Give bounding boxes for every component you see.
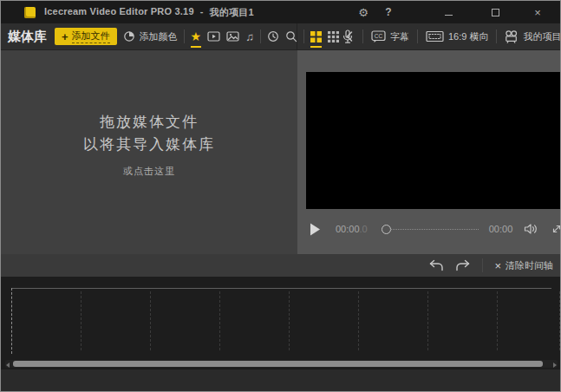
view-large-grid-button[interactable]	[310, 27, 322, 46]
timeline-scrollbar[interactable]	[5, 360, 558, 368]
help-button[interactable]: ?	[380, 3, 397, 22]
timeline-playhead[interactable]	[11, 288, 12, 354]
seek-slider[interactable]	[382, 225, 479, 234]
undo-icon	[428, 259, 444, 271]
app-logo-icon	[24, 7, 36, 18]
microphone-icon	[342, 29, 354, 44]
project-name: 我的项目1	[210, 6, 254, 19]
app-window: Icecream Video Editor PRO 3.19 - 我的项目1 ⚙…	[0, 0, 561, 392]
timeline-gridline	[358, 291, 359, 350]
video-preview	[306, 72, 561, 209]
color-wheel-icon	[123, 30, 135, 42]
add-files-button[interactable]: + 添加文件	[55, 28, 117, 45]
seek-track[interactable]	[390, 229, 479, 230]
volume-button[interactable]	[524, 223, 539, 235]
clear-timeline-button[interactable]: × 清除时间轴	[494, 259, 553, 272]
settings-button[interactable]: ⚙	[354, 3, 373, 22]
media-library-toolbar: 媒体库 + 添加文件 添加颜色 ★	[1, 23, 297, 49]
current-time: 00:00.0	[336, 224, 368, 234]
main-toolbar: 媒体库 + 添加文件 添加颜色 ★	[1, 23, 560, 50]
help-icon: ?	[385, 6, 391, 18]
timeline[interactable]	[1, 277, 560, 369]
filter-audio-button[interactable]: ♫	[245, 27, 254, 46]
media-library-title: 媒体库	[8, 29, 47, 45]
svg-text:CC: CC	[375, 32, 383, 38]
play-button[interactable]	[310, 223, 321, 236]
timeline-gridline	[219, 291, 220, 350]
timeline-gridline	[559, 291, 560, 350]
titlebar: Icecream Video Editor PRO 3.19 - 我的项目1 ⚙…	[1, 1, 560, 23]
bottom-bar	[1, 369, 560, 391]
close-icon: ×	[534, 6, 541, 19]
subtitles-button[interactable]: CC 字幕	[371, 30, 409, 43]
dropzone-line2: 以将其导入媒体库	[83, 134, 215, 156]
timeline-gridline	[497, 291, 498, 350]
dropzone-click-hint: 或点击这里	[123, 165, 175, 178]
add-color-button[interactable]: 添加颜色	[123, 30, 178, 43]
content-area: 拖放媒体文件 以将其导入媒体库 或点击这里 00:00.0 00:00	[1, 50, 560, 254]
app-title: Icecream Video Editor PRO 3.19	[44, 6, 194, 19]
timeline-ruler-line	[11, 288, 551, 289]
view-small-grid-button[interactable]	[328, 27, 339, 46]
my-projects-button[interactable]: 我的项目	[505, 30, 561, 43]
maximize-button[interactable]	[484, 3, 506, 22]
recent-files-button[interactable]	[267, 27, 279, 46]
media-dropzone[interactable]: 拖放媒体文件 以将其导入媒体库 或点击这里	[1, 50, 297, 254]
timeline-gridline	[427, 291, 428, 350]
timeline-gridline	[81, 291, 82, 350]
title-separator: -	[200, 6, 204, 19]
edit-actions-bar: × 清除时间轴	[1, 254, 560, 277]
grid-small-icon	[328, 31, 339, 42]
add-files-label: 添加文件	[72, 29, 110, 42]
gear-icon: ⚙	[358, 6, 369, 19]
timeline-gridline	[289, 291, 290, 350]
divider	[260, 29, 261, 43]
image-icon	[226, 31, 239, 42]
clear-x-icon: ×	[494, 260, 501, 271]
undo-button[interactable]	[428, 259, 444, 271]
divider	[184, 29, 185, 43]
redo-button[interactable]	[455, 259, 471, 271]
scroll-left-arrow-icon[interactable]	[5, 360, 11, 368]
star-icon: ★	[191, 30, 202, 42]
video-file-icon	[207, 31, 220, 42]
close-button[interactable]: ×	[527, 3, 548, 22]
minimize-button[interactable]	[437, 3, 460, 22]
clock-icon	[267, 30, 279, 42]
divider	[482, 258, 483, 272]
maximize-icon	[492, 9, 499, 16]
add-color-label: 添加颜色	[140, 30, 178, 43]
filter-images-button[interactable]	[226, 27, 239, 46]
scroll-right-arrow-icon[interactable]	[551, 360, 558, 368]
grid-large-icon	[310, 31, 322, 42]
scrollbar-thumb[interactable]	[13, 361, 543, 367]
search-icon	[285, 30, 297, 42]
minimize-icon	[445, 15, 453, 16]
total-time: 00:00	[489, 224, 513, 234]
play-icon	[310, 223, 321, 236]
divider	[362, 29, 363, 43]
voiceover-button[interactable]	[341, 27, 355, 46]
speaker-icon	[524, 223, 539, 235]
subtitles-label: 字幕	[390, 30, 409, 43]
search-button[interactable]	[285, 27, 297, 46]
filter-videos-button[interactable]	[207, 27, 220, 46]
playback-controls: 00:00.0 00:00	[297, 209, 561, 254]
divider	[417, 29, 418, 43]
aspect-ratio-label: 16:9 横向	[448, 30, 488, 43]
plus-icon: +	[62, 31, 68, 42]
aspect-ratio-button[interactable]: 16:9 横向	[426, 30, 488, 43]
dropzone-line1: 拖放媒体文件	[100, 111, 199, 134]
cc-bubble-icon: CC	[371, 30, 386, 43]
divider	[496, 29, 497, 43]
window-title: Icecream Video Editor PRO 3.19 - 我的项目1	[44, 6, 254, 19]
expand-icon	[551, 223, 561, 235]
aspect-frame-icon	[426, 30, 444, 42]
music-note-icon: ♫	[245, 31, 254, 42]
clear-timeline-label: 清除时间轴	[506, 259, 553, 272]
my-projects-label: 我的项目	[523, 30, 561, 43]
scrollbar-track[interactable]	[11, 360, 551, 368]
fullscreen-button[interactable]	[551, 223, 561, 235]
filter-all-button[interactable]: ★	[191, 27, 202, 46]
redo-icon	[455, 259, 471, 271]
